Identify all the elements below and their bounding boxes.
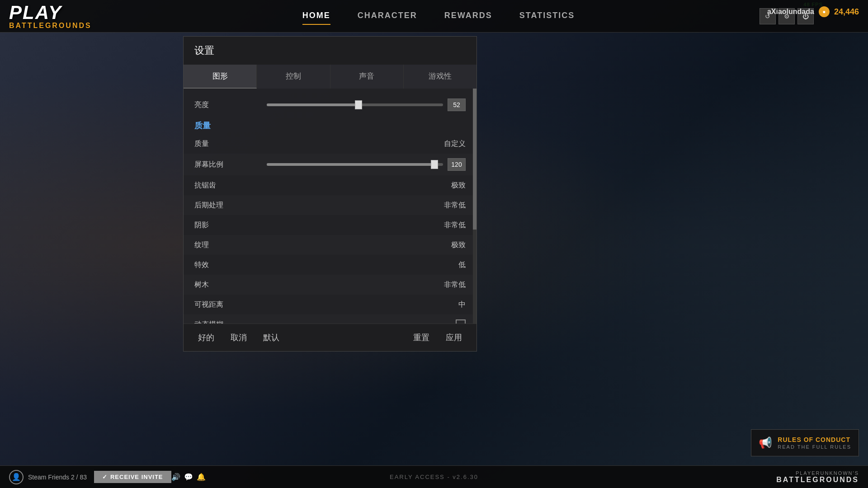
footer-left: 好的 取消 默认 [194, 330, 283, 345]
viewdist-row[interactable]: 可视距离 中 [184, 295, 476, 314]
motionblur-checkbox[interactable] [456, 319, 466, 324]
foliage-label: 树木 [194, 280, 258, 290]
volume-icon[interactable]: 🔊 [171, 473, 180, 481]
rules-text-area: RULES OF CONDUCT READ THE FULL RULES [778, 436, 851, 450]
notification-icon[interactable]: 🔔 [197, 473, 206, 481]
rules-title-highlight: CONDUCT [816, 436, 850, 443]
settings-title: 设置 [184, 37, 476, 65]
logo-play: PLAY [9, 3, 118, 22]
apply-button[interactable]: 应用 [442, 330, 466, 345]
scrollbar-thumb [473, 89, 476, 230]
rules-of-conduct-box[interactable]: 📢 RULES OF CONDUCT READ THE FULL RULES [751, 429, 859, 456]
coin-icon: ● [819, 6, 830, 17]
tab-sound[interactable]: 声音 [330, 65, 404, 89]
settings-panel: 设置 图形 控制 声音 游戏性 亮度 52 质量 [183, 36, 477, 352]
motionblur-row: 动态模糊 [184, 314, 476, 324]
logo-area: PLAY BATTLEGROUNDS [0, 3, 118, 29]
bottombar: 👤 Steam Friends 2 / 83 ✓ RECEIVE INVITE … [0, 465, 868, 488]
brightness-slider[interactable]: 52 [267, 99, 466, 111]
brightness-label: 亮度 [194, 100, 258, 110]
brightness-value: 52 [448, 99, 466, 111]
tab-controls[interactable]: 控制 [257, 65, 330, 89]
username: aXiaolundada [767, 8, 814, 16]
receive-invite-button[interactable]: ✓ RECEIVE INVITE [94, 471, 171, 483]
bottom-right-logo: PLAYERUNKNOWN'S BATTLEGROUNDS [776, 470, 859, 484]
brightness-track [267, 103, 443, 106]
effects-value: 低 [458, 260, 466, 270]
shadow-label: 阴影 [194, 221, 258, 230]
default-button[interactable]: 默认 [259, 330, 283, 345]
post-label: 后期处理 [194, 201, 258, 210]
aa-label: 抗锯齿 [194, 181, 258, 190]
settings-tabs: 图形 控制 声音 游戏性 [184, 65, 476, 89]
cancel-button[interactable]: 取消 [227, 330, 250, 345]
topbar: PLAY BATTLEGROUNDS HOME CHARACTER REWARD… [0, 0, 868, 33]
settings-scroll-area[interactable]: 亮度 52 质量 质量 自定义 屏幕比例 [184, 89, 476, 324]
screen-ratio-thumb[interactable] [431, 160, 438, 169]
brightness-fill [267, 103, 359, 106]
scrollbar[interactable] [473, 89, 476, 324]
texture-value: 极致 [451, 240, 466, 250]
texture-label: 纹理 [194, 240, 258, 250]
nav-character[interactable]: CHARACTER [358, 7, 417, 25]
early-access-label: EARLY ACCESS - v2.6.30 [390, 474, 478, 480]
pubg-logo-big: BATTLEGROUNDS [776, 476, 859, 484]
main-nav: HOME CHARACTER REWARDS STATISTICS [118, 7, 760, 25]
screen-ratio-fill [267, 163, 434, 166]
screen-ratio-row: 屏幕比例 120 [184, 154, 476, 175]
nav-rewards[interactable]: REWARDS [444, 7, 492, 25]
post-row[interactable]: 后期处理 非常低 [184, 195, 476, 215]
rules-title: RULES OF CONDUCT [778, 436, 851, 443]
bottom-icons: 🔊 💬 🔔 [171, 473, 206, 481]
nav-home[interactable]: HOME [302, 7, 330, 25]
quality-label: 质量 [194, 139, 258, 149]
viewdist-value: 中 [458, 300, 466, 310]
screen-ratio-label: 屏幕比例 [194, 160, 258, 169]
pubg-logo-small: PLAYERUNKNOWN'S [796, 470, 859, 476]
tab-gameplay[interactable]: 游戏性 [404, 65, 476, 89]
friends-icon[interactable]: 👤 [9, 470, 24, 484]
effects-row[interactable]: 特效 低 [184, 255, 476, 275]
reset-button[interactable]: 重置 [410, 330, 433, 345]
aa-row[interactable]: 抗锯齿 极致 [184, 175, 476, 195]
checkmark-icon: ✓ [102, 474, 108, 480]
effects-label: 特效 [194, 260, 258, 270]
foliage-row[interactable]: 树木 非常低 [184, 275, 476, 295]
logo-sub: BATTLEGROUNDS [9, 22, 118, 29]
settings-content: 亮度 52 质量 质量 自定义 屏幕比例 [184, 89, 476, 324]
coin-amount: 24,446 [834, 7, 859, 17]
nav-statistics[interactable]: STATISTICS [519, 7, 575, 25]
ok-button[interactable]: 好的 [194, 330, 218, 345]
shadow-value: 非常低 [444, 221, 466, 230]
screen-ratio-track [267, 163, 443, 166]
footer-right: 重置 应用 [410, 330, 466, 345]
receive-invite-label: RECEIVE INVITE [110, 474, 163, 480]
settings-footer: 好的 取消 默认 重置 应用 [184, 324, 476, 351]
rules-title-prefix: RULES OF [778, 436, 816, 443]
rules-subtitle: READ THE FULL RULES [778, 444, 851, 450]
aa-value: 极致 [451, 181, 466, 190]
screen-ratio-slider[interactable]: 120 [267, 158, 466, 171]
viewdist-label: 可视距离 [194, 300, 258, 310]
post-value: 非常低 [444, 201, 466, 210]
brightness-row: 亮度 52 [184, 94, 476, 116]
user-area: aXiaolundada ● 24,446 [767, 6, 859, 17]
foliage-value: 非常低 [444, 280, 466, 290]
motionblur-label: 动态模糊 [194, 320, 258, 324]
quality-section-header: 质量 [184, 116, 476, 134]
brightness-thumb[interactable] [355, 100, 362, 109]
megaphone-icon: 📢 [759, 436, 772, 449]
screen-ratio-value: 120 [448, 158, 466, 171]
texture-row[interactable]: 纹理 极致 [184, 235, 476, 255]
friends-text: Steam Friends 2 / 83 [28, 474, 87, 481]
quality-value: 自定义 [444, 139, 466, 149]
shadow-row[interactable]: 阴影 非常低 [184, 215, 476, 235]
quality-row[interactable]: 质量 自定义 [184, 134, 476, 154]
tab-graphics[interactable]: 图形 [184, 65, 257, 89]
chat-icon[interactable]: 💬 [184, 473, 193, 481]
